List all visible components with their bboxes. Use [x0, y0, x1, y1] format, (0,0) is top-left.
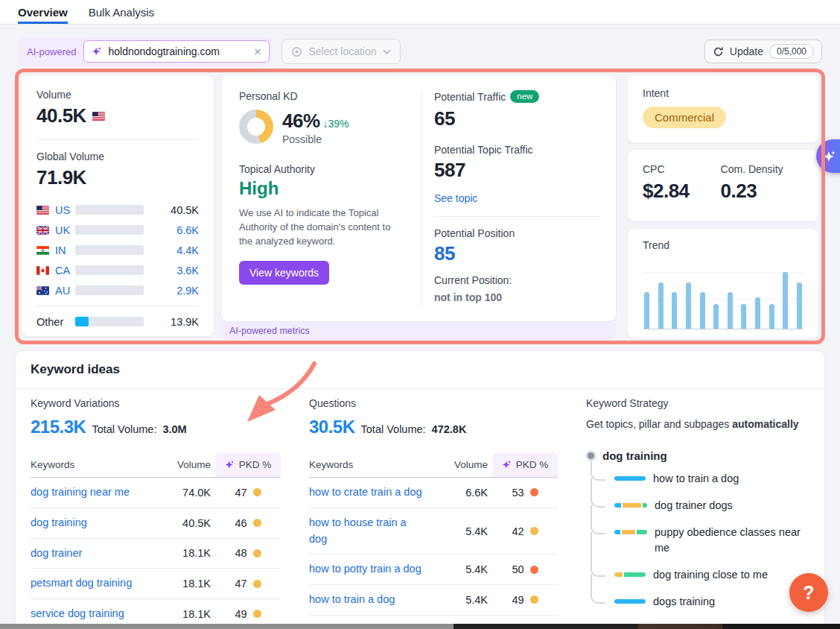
table-row: how to train a dog5.4K49 [309, 585, 558, 616]
country-link[interactable]: CA [36, 265, 75, 276]
country-row-us: US40.5K [36, 200, 199, 220]
pkd-cell: 49 [492, 594, 558, 606]
cpc-value: $2.84 [643, 180, 690, 203]
column-header-pkd[interactable]: PKD % [492, 452, 558, 477]
cpc-card: CPC $2.84 Com. Density 0.23 [627, 149, 819, 222]
column-header-volume[interactable]: Volume [436, 452, 488, 477]
questions-column: Questions 30.5K Total Volume: 472.8K Key… [309, 397, 558, 616]
keyword-link[interactable]: dog trainer [31, 546, 159, 562]
country-link[interactable]: UK [36, 224, 75, 236]
tree-child-node[interactable]: dogs training [591, 594, 818, 610]
tree-root-node[interactable]: dog training [586, 449, 818, 462]
help-button[interactable]: ? [789, 573, 828, 612]
keyword-metrics-bar-icon [614, 572, 646, 577]
potential-traffic-label: Potential Traffic [434, 91, 506, 103]
country-link[interactable]: AU [36, 285, 75, 297]
search-row: AI-powered holdnondogtraining.com ✕ Sele… [18, 37, 822, 66]
column-header-keywords[interactable]: Keywords [309, 452, 436, 477]
keyword-link[interactable]: petsmart dog training [31, 575, 159, 592]
trend-bar [769, 304, 774, 329]
country-volume-value: 40.5K [171, 204, 199, 216]
trend-label: Trend [643, 239, 804, 251]
keyword-metrics-bar-icon [614, 530, 647, 534]
ai-assistant-button[interactable] [816, 139, 840, 173]
country-volume-list: US40.5KUK6.6KIN4.4KCA3.6KAU2.9K [36, 200, 199, 300]
country-volume-value[interactable]: 2.9K [176, 285, 199, 297]
volume-card: Volume 40.5K Global Volume 71.9K US40.5K… [21, 75, 214, 337]
keyword-variations-count[interactable]: 215.3K [31, 417, 86, 437]
see-topic-link[interactable]: See topic [434, 192, 601, 204]
keyword-input[interactable]: holdnondogtraining.com ✕ [83, 40, 270, 63]
cpc-label: CPC [643, 163, 690, 175]
keyword-strategy-label: Keyword Strategy [586, 397, 818, 409]
keyword-link[interactable]: dog training [31, 515, 159, 531]
global-volume-label: Global Volume [36, 151, 199, 162]
country-volume-value[interactable]: 4.4K [176, 244, 199, 256]
trend-bar [713, 304, 719, 329]
country-row-other: Other 13.9K [36, 312, 199, 332]
country-link[interactable]: IN [36, 244, 75, 256]
com-density-label: Com. Density [721, 163, 783, 175]
global-volume-value: 71.9K [36, 166, 199, 189]
column-header-pkd[interactable]: PKD % [215, 452, 281, 477]
intent-badge: Commercial [643, 107, 726, 128]
keyword-link[interactable]: dog training near me [31, 484, 159, 501]
sparkle-icon [92, 46, 102, 57]
tree-root-label: dog training [602, 449, 667, 462]
pkd-cell: 48 [215, 547, 281, 559]
tree-child-node[interactable]: puppy obedience classes near me [591, 525, 818, 556]
volume-cell: 40.5K [159, 517, 211, 529]
tab-overview[interactable]: Overview [18, 0, 68, 24]
keyword-link[interactable]: service dog training [31, 606, 159, 622]
tab-bulk-analysis[interactable]: Bulk Analysis [89, 0, 154, 24]
questions-label: Questions [309, 397, 558, 409]
keyword-link[interactable]: how to train a dog [309, 592, 428, 608]
tree-root-dot-icon [588, 452, 594, 459]
tree-child-label: how to train a dog [653, 471, 739, 487]
personal-kd-label: Personal KD [239, 90, 415, 102]
tree-child-node[interactable]: dog training close to me [591, 567, 818, 583]
potential-topic-traffic-label: Potential Topic Traffic [434, 144, 601, 156]
flag-in-icon [36, 246, 49, 255]
personal-kd-sub: Possible [282, 133, 349, 145]
keyword-strategy-tree: dog training how to train a dogdog train… [586, 449, 818, 610]
tree-child-node[interactable]: how to train a dog [591, 471, 818, 487]
table-row: dog training near me74.0K47 [31, 478, 281, 508]
location-select[interactable]: Select location [281, 39, 400, 64]
view-keywords-button[interactable]: View keywords [239, 261, 329, 285]
trend-bar [741, 304, 746, 329]
tree-child-node[interactable]: dog trainer dogs [591, 498, 818, 513]
trend-bar [658, 282, 664, 329]
column-header-keywords[interactable]: Keywords [31, 452, 159, 477]
update-label: Update [730, 45, 763, 57]
clear-input-icon[interactable]: ✕ [254, 46, 262, 57]
keyword-link[interactable]: how to potty train a dog [309, 561, 428, 578]
variations-total-label: Total Volume: [92, 423, 156, 435]
country-row-au: AU2.9K [36, 280, 199, 300]
pkd-cell: 47 [215, 487, 281, 499]
column-header-volume[interactable]: Volume [159, 452, 211, 477]
country-volume-bar [75, 205, 144, 215]
trend-bar [672, 292, 677, 329]
volume-cell: 74.0K [159, 487, 211, 499]
other-value: 13.9K [171, 316, 199, 328]
country-volume-value[interactable]: 6.6K [176, 224, 199, 236]
potential-position-label: Potential Position [434, 227, 601, 239]
trend-bar [755, 297, 760, 329]
intent-label: Intent [643, 87, 804, 99]
refresh-icon [713, 46, 724, 57]
questions-count[interactable]: 30.5K [309, 417, 355, 437]
update-quota: 0/5,000 [769, 44, 814, 59]
update-button[interactable]: Update 0/5,000 [704, 39, 822, 63]
country-volume-bar [75, 265, 144, 275]
keyword-link[interactable]: how to house train a dog [309, 515, 428, 548]
difficulty-dot-icon [253, 580, 261, 588]
potential-traffic-value: 65 [434, 107, 601, 130]
flag-ca-icon [36, 266, 49, 275]
keyword-link[interactable]: how to crate train a dog [309, 484, 428, 501]
country-volume-value[interactable]: 3.6K [176, 265, 199, 276]
trend-bar [700, 292, 705, 329]
country-link[interactable]: US [36, 204, 75, 216]
pkd-cell: 46 [215, 517, 281, 529]
bottom-window-edge [0, 624, 840, 629]
